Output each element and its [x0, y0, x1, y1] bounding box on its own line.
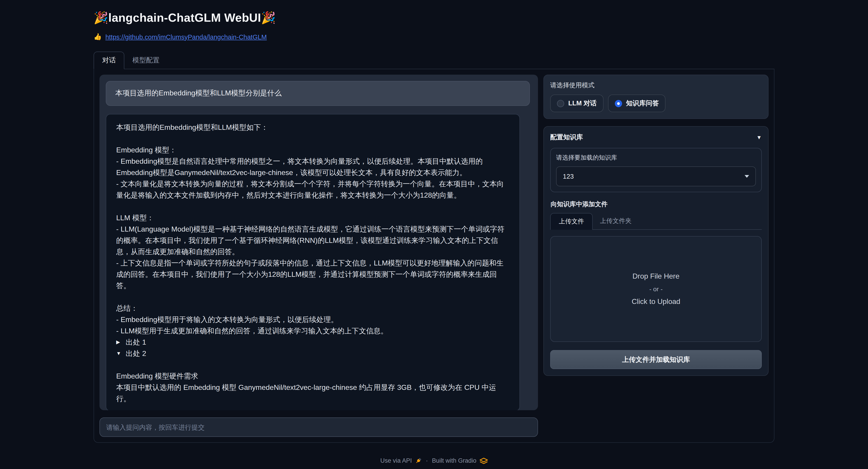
tab-upload-folder[interactable]: 上传文件夹 — [593, 213, 639, 229]
upload-and-load-kb-button[interactable]: 上传文件并加载知识库 — [550, 350, 762, 369]
tab-chat[interactable]: 对话 — [94, 52, 124, 69]
github-link-row: 👍 https://github.com/imClumsyPanda/langc… — [94, 33, 774, 41]
footer: Use via API · Built with Gradio — [94, 457, 774, 464]
radio-unchecked-icon — [557, 100, 564, 107]
spacer — [116, 291, 509, 302]
chevron-down-icon: ▼ — [756, 134, 762, 140]
source-2-content-title: Embedding 模型硬件需求 — [116, 371, 509, 382]
radio-llm-chat[interactable]: LLM 对话 — [550, 94, 603, 112]
file-dropzone[interactable]: Drop File Here - or - Click to Upload — [550, 236, 762, 342]
use-via-api-link[interactable]: Use via API — [380, 457, 422, 464]
bot-paragraph: - Embedding模型用于将输入的文本转换为向量形式，以便后续处理。 — [116, 314, 509, 325]
accordion-header[interactable]: 配置知识库 ▼ — [550, 133, 762, 142]
collapsed-triangle-icon: ▶ — [116, 336, 122, 348]
radio-llm-chat-label: LLM 对话 — [568, 99, 597, 108]
langchain-chatglm-webui: 🎉langchain-ChatGLM WebUI🎉 👍 https://gith… — [0, 0, 868, 469]
spacer — [116, 201, 509, 212]
spacer — [116, 359, 509, 371]
built-with-gradio-link[interactable]: Built with Gradio — [432, 457, 488, 464]
bot-paragraph: - LLM模型用于生成更加准确和自然的回答，通过训练来学习输入文本的上下文信息。 — [116, 325, 509, 336]
bot-section-heading: Embedding 模型： — [116, 144, 509, 155]
bot-paragraph: - LLM(Language Model)模型是一种基于神经网络的自然语言生成模… — [116, 224, 509, 257]
accordion-title: 配置知识库 — [550, 133, 583, 142]
dropzone-line-3: Click to Upload — [631, 298, 680, 306]
dropdown-caret-icon — [745, 175, 749, 178]
spacer — [116, 133, 509, 144]
expanded-triangle-icon: ▼ — [116, 348, 122, 359]
mode-select-block: 请选择使用模式 LLM 对话 知识库问答 — [544, 75, 769, 119]
radio-knowledge-qa-label: 知识库问答 — [626, 99, 659, 108]
knowledge-base-accordion: 配置知识库 ▼ 请选择要加载的知识库 123 向知识库中添加文件 上传文件 上传 — [544, 126, 769, 376]
bot-paragraph: - 文本向量化是将文本转换为向量的过程，将文本分割成一个个字符，并将每个字符转换… — [116, 178, 509, 201]
source-1-label: 出处 1 — [126, 336, 146, 348]
chat-tab-panel: 本项目选用的Embedding模型和LLM模型分别是什么 本项目选用的Embed… — [94, 69, 774, 443]
bot-section-heading: 总结： — [116, 302, 509, 314]
github-link[interactable]: https://github.com/imClumsyPanda/langcha… — [105, 33, 267, 40]
page-wrapper: 🎉langchain-ChatGLM WebUI🎉 👍 https://gith… — [94, 0, 774, 464]
chatbot-window[interactable]: 本项目选用的Embedding模型和LLM模型分别是什么 本项目选用的Embed… — [99, 75, 538, 410]
radio-checked-icon — [615, 100, 622, 107]
dropzone-line-2: - or - — [649, 285, 662, 293]
tab-model-config[interactable]: 模型配置 — [124, 52, 168, 69]
built-with-gradio-label: Built with Gradio — [432, 457, 476, 464]
bot-paragraph: 本项目选用的Embedding模型和LLM模型如下： — [116, 122, 509, 133]
kb-select-value: 123 — [563, 173, 574, 180]
user-message-bubble: 本项目选用的Embedding模型和LLM模型分别是什么 — [106, 81, 530, 106]
use-via-api-label: Use via API — [380, 457, 412, 464]
add-files-label: 向知识库中添加文件 — [551, 200, 762, 208]
mode-radio-group: LLM 对话 知识库问答 — [550, 94, 762, 112]
plug-icon — [415, 457, 422, 464]
main-tab-bar: 对话 模型配置 — [94, 52, 774, 69]
radio-knowledge-qa[interactable]: 知识库问答 — [608, 94, 666, 112]
dropzone-line-1: Drop File Here — [632, 272, 680, 281]
bot-message-bubble: 本项目选用的Embedding模型和LLM模型如下： Embedding 模型：… — [106, 114, 520, 410]
user-message-text: 本项目选用的Embedding模型和LLM模型分别是什么 — [115, 89, 282, 97]
source-2-label: 出处 2 — [126, 348, 146, 359]
source-2-toggle[interactable]: ▼ 出处 2 — [116, 348, 509, 359]
tab-upload-file[interactable]: 上传文件 — [550, 213, 593, 230]
footer-separator: · — [426, 457, 428, 464]
bot-paragraph: - 上下文信息是指一个单词或字符所处的句子或段落中的信息，通过上下文信息，LLM… — [116, 257, 509, 291]
thumbs-up-icon: 👍 — [94, 33, 102, 41]
source-2-content-body: 本项目中默认选用的 Embedding 模型 GanymedeNil/text2… — [116, 382, 509, 404]
kb-select-dropdown[interactable]: 123 — [556, 167, 756, 186]
kb-select-label: 请选择要加载的知识库 — [556, 154, 756, 162]
bot-paragraph: - Embedding模型是自然语言处理中常用的模型之一，将文本转换为向量形式，… — [116, 155, 509, 178]
upload-tab-bar: 上传文件 上传文件夹 — [550, 213, 762, 230]
bot-section-heading: LLM 模型： — [116, 212, 509, 224]
page-title: 🎉langchain-ChatGLM WebUI🎉 — [94, 11, 774, 25]
kb-select-group: 请选择要加载的知识库 123 — [550, 148, 762, 192]
mode-select-label: 请选择使用模式 — [550, 81, 762, 90]
chat-column: 本项目选用的Embedding模型和LLM模型分别是什么 本项目选用的Embed… — [99, 75, 538, 437]
upload-button-label: 上传文件并加载知识库 — [622, 355, 690, 364]
source-1-toggle[interactable]: ▶ 出处 1 — [116, 336, 509, 348]
question-input-row — [99, 417, 538, 437]
question-input[interactable] — [99, 417, 538, 437]
gradio-logo-icon — [480, 458, 488, 464]
settings-column: 请选择使用模式 LLM 对话 知识库问答 配置知识库 — [544, 75, 769, 437]
